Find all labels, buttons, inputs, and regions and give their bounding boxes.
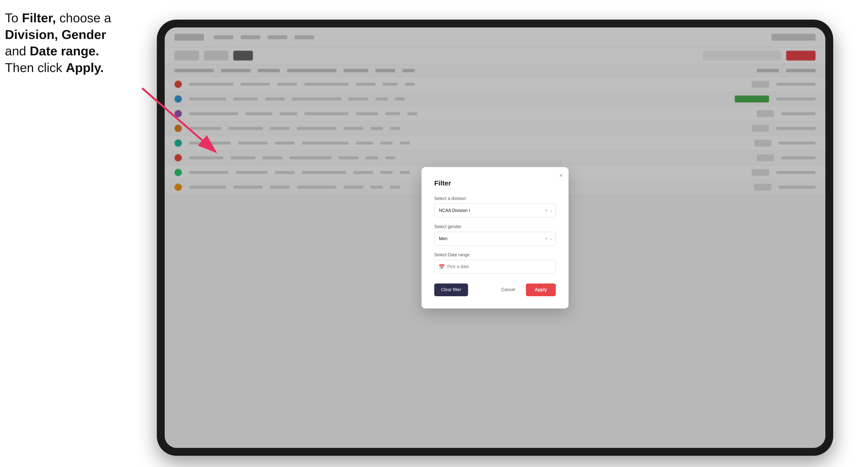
apply-button[interactable]: Apply [526, 283, 556, 296]
footer-right: Cancel Apply [495, 283, 556, 296]
gender-form-group: Select gender Men Women Mixed × ⌄ [434, 224, 556, 246]
calendar-icon: 📅 [439, 264, 445, 270]
modal-overlay: × Filter Select a division NCAA Division… [165, 27, 825, 448]
date-input-wrapper: 📅 [434, 260, 556, 274]
instruction-bold-date: Date range. [30, 44, 99, 58]
instruction-bold-filter: Filter, [22, 11, 56, 25]
cancel-button[interactable]: Cancel [495, 283, 522, 296]
instruction-bold-apply: Apply. [66, 61, 104, 75]
date-range-form-group: Select Date range 📅 [434, 252, 556, 274]
modal-title: Filter [434, 179, 556, 187]
division-select[interactable]: NCAA Division I NCAA Division II NCAA Di… [434, 204, 556, 217]
select-clear-icon[interactable]: × [545, 208, 548, 213]
instruction-line1: To Filter, choose a [5, 11, 111, 25]
tablet-device: × Filter Select a division NCAA Division… [157, 20, 833, 456]
date-range-label: Select Date range [434, 252, 556, 257]
chevron-up-down-icon: ⌄ [550, 209, 553, 212]
gender-label: Select gender [434, 224, 556, 229]
division-form-group: Select a division NCAA Division I NCAA D… [434, 196, 556, 217]
instruction-line4: Then click Apply. [5, 61, 104, 75]
division-select-wrapper: NCAA Division I NCAA Division II NCAA Di… [434, 204, 556, 217]
clear-filter-button[interactable]: Clear filter [434, 283, 468, 296]
tablet-screen: × Filter Select a division NCAA Division… [165, 27, 825, 448]
gender-chevron-icon: ⌄ [550, 237, 553, 241]
gender-select[interactable]: Men Women Mixed [434, 232, 556, 246]
select-controls: × ⌄ [545, 208, 553, 213]
instruction-line3: and Date range. [5, 44, 99, 58]
modal-close-button[interactable]: × [559, 173, 563, 178]
gender-select-wrapper: Men Women Mixed × ⌄ [434, 232, 556, 246]
modal-footer: Clear filter Cancel Apply [434, 283, 556, 296]
instruction-bold-division-gender: Division, Gender [5, 27, 106, 42]
gender-select-controls: × ⌄ [545, 237, 553, 241]
date-input[interactable] [434, 260, 556, 274]
gender-select-clear-icon[interactable]: × [545, 237, 548, 241]
instruction-block: To Filter, choose a Division, Gender and… [5, 10, 142, 76]
filter-modal: × Filter Select a division NCAA Division… [422, 167, 568, 309]
division-label: Select a division [434, 196, 556, 201]
